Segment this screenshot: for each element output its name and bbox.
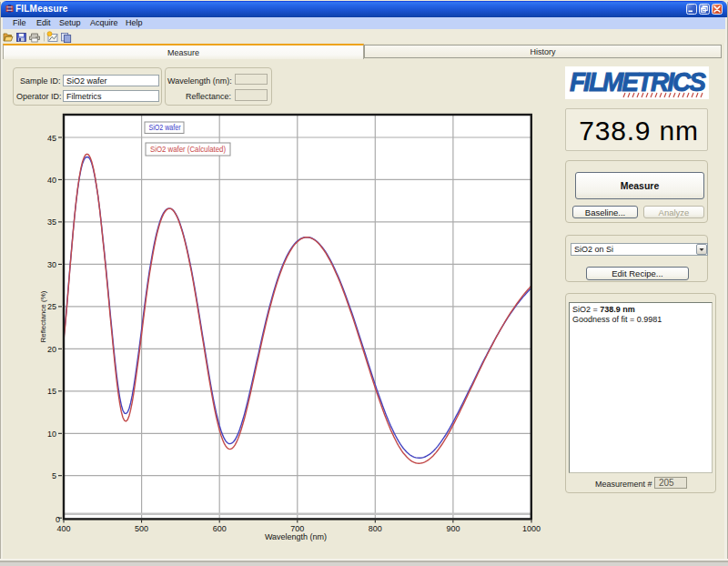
svg-text:40: 40 [47,176,56,185]
svg-text:20: 20 [47,345,56,354]
svg-text:45: 45 [47,134,56,143]
svg-text:30: 30 [47,260,56,269]
svg-text:900: 900 [446,524,460,533]
svg-text:Wavelength (nm): Wavelength (nm) [265,532,327,541]
svg-text:35: 35 [47,217,56,227]
svg-text:SiO2 wafer (Calculated): SiO2 wafer (Calculated) [150,145,226,154]
svg-text:500: 500 [135,524,148,533]
svg-text:10: 10 [47,430,56,439]
svg-text:25: 25 [47,302,56,311]
svg-text:15: 15 [47,387,56,396]
svg-text:5: 5 [52,471,56,480]
svg-text:400: 400 [56,524,70,533]
svg-text:800: 800 [369,524,382,533]
svg-text:0: 0 [56,515,60,524]
svg-text:1000: 1000 [522,524,541,533]
svg-text:SiO2 wafer: SiO2 wafer [149,123,181,132]
svg-text:600: 600 [213,524,227,533]
svg-text:Reflectance (%): Reflectance (%) [39,290,47,342]
